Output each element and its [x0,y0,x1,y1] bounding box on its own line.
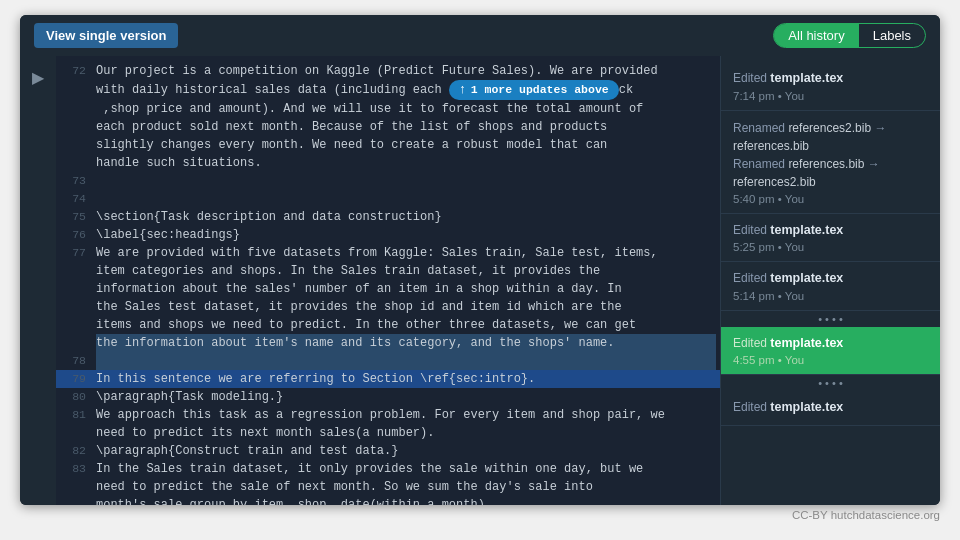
footer: CC-BY hutchdatascience.org [0,505,960,525]
editor-line: 77 We are provided with five datasets fr… [56,244,720,262]
collapse-arrow-icon[interactable]: ▶ [32,68,44,87]
history-item[interactable]: Edited template.tex 5:25 pm • You [721,214,940,263]
line-number: 72 [60,62,96,80]
editor-line: 81 We approach this task as a regression… [56,406,720,424]
editor-line: the Sales test dataset, it provides the … [56,298,720,316]
editor-line: with daily historical sales data (includ… [56,80,720,100]
main-window: View single version All history Labels ▶… [20,15,940,505]
editor-line: 74 [56,190,720,208]
line-content: information about the sales' number of a… [96,280,716,298]
line-content: need to predict its next month sales(a n… [96,424,716,442]
line-content: We are provided with five datasets from … [96,244,716,262]
history-item-title: Edited template.tex [733,399,928,417]
line-number: 76 [60,226,96,244]
line-number: 75 [60,208,96,226]
footer-text: CC-BY hutchdatascience.org [792,509,940,521]
editor-line: 72 Our project is a competition on Kaggl… [56,62,720,80]
editor-line: each product sold next month. Because of… [56,118,720,136]
editor-line: item categories and shops. In the Sales … [56,262,720,280]
view-single-version-button[interactable]: View single version [34,23,178,48]
line-number: 74 [60,190,96,208]
editor-line: 78 [56,352,720,370]
history-item-title: Edited template.tex [733,270,928,288]
history-item-title: Edited template.tex [733,70,928,88]
editor-line: 73 [56,172,720,190]
rename-block-2: Renamed references.bib → references2.bib [733,155,928,191]
line-content: items and shops we need to predict. In t… [96,316,716,334]
line-content: \paragraph{Construct train and test data… [96,442,716,460]
all-history-button[interactable]: All history [774,24,858,47]
history-filename: references.bib [733,139,809,153]
main-area: ▶ 72 Our project is a competition on Kag… [20,56,940,505]
line-content: \section{Task description and data const… [96,208,716,226]
history-filename: template.tex [770,71,843,85]
update-badge-text: 1 more updates above [471,81,609,99]
editor-line: need to predict its next month sales(a n… [56,424,720,442]
history-user: You [785,354,804,366]
line-content: slightly changes every month. We need to… [96,136,716,154]
line-number: 80 [60,388,96,406]
history-action: Edited [733,223,770,237]
up-arrow-icon: ↑ [459,81,467,99]
line-content: handle such situations. [96,154,716,172]
line-content: In this sentence we are referring to Sec… [96,370,716,388]
line-content: need to predict the sale of next month. … [96,478,716,496]
history-item-title: Edited template.tex [733,335,928,353]
history-filename: template.tex [770,336,843,350]
history-filename: references2.bib [733,175,816,189]
line-number: 78 [60,352,96,370]
history-user: You [785,90,804,102]
line-content: item categories and shops. In the Sales … [96,262,716,280]
history-item-active[interactable]: Edited template.tex 4:55 pm • You [721,327,940,376]
history-dots-separator: • • • • [721,311,940,327]
editor-line: 76 \label{sec:headings} [56,226,720,244]
line-content: with daily historical sales data (includ… [96,80,716,100]
editor-line-selected: 79 In this sentence we are referring to … [56,370,720,388]
arrow-icon: → [874,121,886,135]
history-item[interactable]: Edited template.tex 5:14 pm • You [721,262,940,311]
editor-line: need to predict the sale of next month. … [56,478,720,496]
editor-line: slightly changes every month. We need to… [56,136,720,154]
line-number: 77 [60,244,96,262]
line-content: each product sold next month. Because of… [96,118,716,136]
history-item-title: Edited template.tex [733,222,928,240]
editor-line: month's sale group by item, shop, date(w… [56,496,720,505]
line-number: 81 [60,406,96,424]
line-content: the Sales test dataset, it provides the … [96,298,716,316]
history-action: Edited [733,400,770,414]
line-content: the information about item's name and it… [96,334,716,352]
history-filename: template.tex [770,271,843,285]
update-badge[interactable]: ↑1 more updates above [449,80,619,100]
history-filename: template.tex [770,400,843,414]
history-item-rename[interactable]: Renamed references2.bib → references.bib… [721,111,940,214]
line-content [96,352,716,370]
history-user: You [785,193,804,205]
history-item-partial[interactable]: Edited template.tex [721,391,940,426]
history-label-group: All history Labels [773,23,926,48]
history-action: Edited [733,336,770,350]
right-sidebar: Edited template.tex 7:14 pm • You Rename… [720,56,940,505]
line-number: 83 [60,460,96,478]
history-item-time: 5:14 pm • You [733,290,928,302]
history-filename: references2.bib [788,121,871,135]
history-user: You [785,290,804,302]
rename-block: Renamed references2.bib → references.bib [733,119,928,155]
editor-line: 80 \paragraph{Task modeling.} [56,388,720,406]
editor-line: 82 \paragraph{Construct train and test d… [56,442,720,460]
editor-line: information about the sales' number of a… [56,280,720,298]
line-content: Our project is a competition on Kaggle (… [96,62,716,80]
line-content: We approach this task as a regression pr… [96,406,716,424]
line-number: 79 [60,370,96,388]
left-gutter: ▶ [20,56,56,505]
editor-area[interactable]: 72 Our project is a competition on Kaggl… [56,56,720,505]
labels-button[interactable]: Labels [859,24,925,47]
history-filename: references.bib [788,157,864,171]
line-content: In the Sales train dataset, it only prov… [96,460,716,478]
history-action: Renamed [733,121,788,135]
editor-line: items and shops we need to predict. In t… [56,316,720,334]
editor-line: 83 In the Sales train dataset, it only p… [56,460,720,478]
history-item-time: 5:40 pm • You [733,193,928,205]
history-item[interactable]: Edited template.tex 7:14 pm • You [721,62,940,111]
history-item-time: 7:14 pm • You [733,90,928,102]
history-action: Edited [733,271,770,285]
